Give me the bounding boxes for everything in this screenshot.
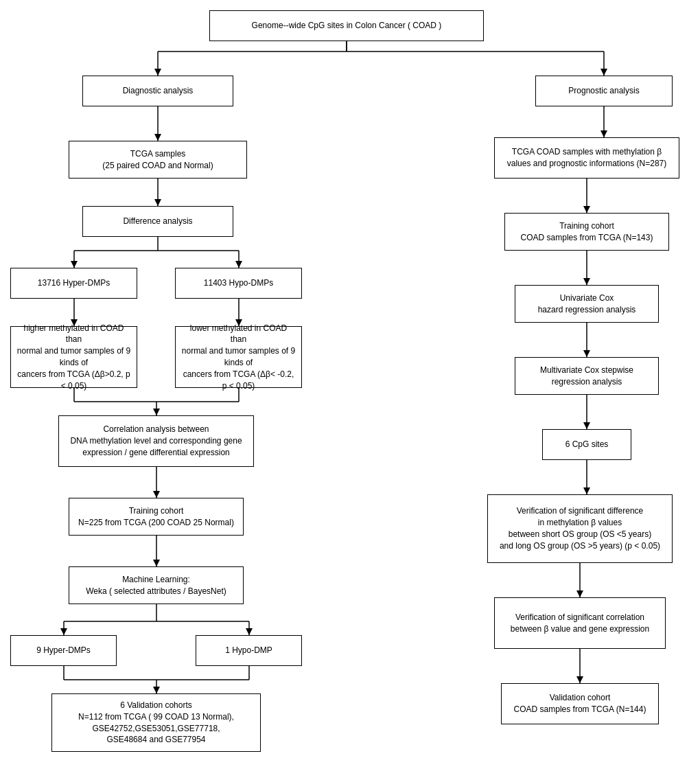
flowchart: Genome--wide CpG sites in Colon Cancer (…: [0, 0, 700, 758]
box-machine-learning: Machine Learning: Weka ( selected attrib…: [69, 566, 244, 604]
svg-marker-35: [60, 628, 67, 635]
box-hypo-dmps: 11403 Hypo-DMPs: [175, 268, 302, 299]
svg-marker-9: [154, 134, 161, 141]
svg-marker-51: [583, 350, 590, 357]
svg-marker-27: [153, 409, 160, 415]
box-correlation: Correlation analysis between DNA methyla…: [58, 415, 254, 467]
box-tcga-coad: TCGA COAD samples with methylation β val…: [494, 137, 679, 179]
svg-marker-53: [583, 422, 590, 429]
box-higher-meth: higher methylated in COAD than normal an…: [10, 326, 137, 388]
box-difference: Difference analysis: [82, 206, 233, 237]
svg-marker-31: [153, 560, 160, 566]
box-training-cohort: Training cohort N=225 from TCGA (200 COA…: [69, 498, 244, 536]
svg-marker-55: [583, 487, 590, 494]
svg-marker-45: [600, 130, 607, 137]
box-genome: Genome--wide CpG sites in Colon Cancer (…: [209, 10, 484, 41]
svg-marker-18: [235, 261, 242, 268]
box-lower-meth: lower methylated in COAD than normal and…: [175, 326, 302, 388]
box-hyper-dmps: 13716 Hyper-DMPs: [10, 268, 137, 299]
svg-marker-47: [583, 206, 590, 213]
svg-marker-38: [246, 628, 253, 635]
svg-marker-7: [600, 69, 607, 76]
svg-marker-3: [154, 69, 161, 76]
box-1-hypo: 1 Hypo-DMP: [196, 635, 302, 666]
svg-marker-49: [583, 278, 590, 285]
svg-marker-57: [576, 590, 583, 597]
box-6-validation: 6 Validation cohorts N=112 from TCGA ( 9…: [51, 693, 261, 752]
svg-marker-43: [153, 687, 160, 693]
box-9-hyper: 9 Hyper-DMPs: [10, 635, 117, 666]
svg-marker-59: [576, 676, 583, 683]
box-prognostic: Prognostic analysis: [535, 76, 673, 106]
svg-marker-11: [154, 199, 161, 206]
svg-marker-15: [71, 261, 78, 268]
box-verification-diff: Verification of significant difference i…: [487, 494, 673, 563]
box-training-cohort2: Training cohort COAD samples from TCGA (…: [504, 213, 669, 251]
box-6-cpg: 6 CpG sites: [542, 429, 631, 460]
svg-marker-29: [153, 491, 160, 498]
box-multivariate: Multivariate Cox stepwise regression ana…: [515, 357, 659, 395]
box-univariate: Univariate Cox hazard regression analysi…: [515, 285, 659, 323]
box-validation-cohort2: Validation cohort COAD samples from TCGA…: [501, 683, 659, 724]
box-diagnostic: Diagnostic analysis: [82, 76, 233, 106]
box-tcga-samples: TCGA samples (25 paired COAD and Normal): [69, 141, 247, 179]
box-verification-corr: Verification of significant correlation …: [494, 597, 666, 649]
